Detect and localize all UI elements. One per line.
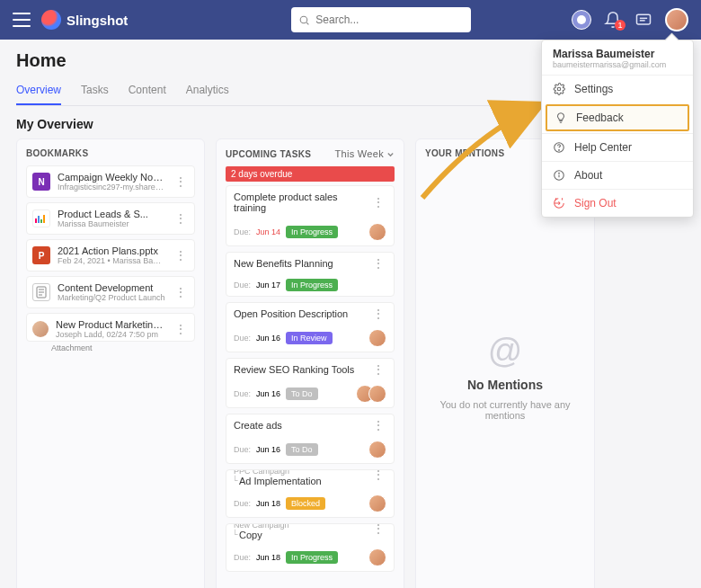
task-title: Create ads (234, 420, 282, 431)
task-item[interactable]: Create ads⋮Due:Jun 16To Do (226, 414, 395, 464)
document-icon (32, 283, 50, 301)
search-input[interactable] (315, 13, 464, 26)
tab-tasks[interactable]: Tasks (81, 78, 109, 105)
assignee-avatar (368, 548, 386, 566)
task-item[interactable]: Complete product sales training⋮Due:Jun … (226, 185, 395, 246)
bookmark-item[interactable]: New Product Marketing Conte... Joseph La… (26, 313, 195, 342)
task-assignees (374, 548, 386, 566)
task-assignees (374, 441, 386, 459)
logo-mark-icon (41, 10, 61, 30)
topbar-actions: 1 (572, 8, 688, 31)
menu-item-help[interactable]: Help Center (542, 133, 693, 161)
svg-rect-5 (35, 218, 37, 223)
status-pill: In Progress (286, 551, 338, 564)
svg-rect-7 (40, 219, 42, 223)
status-pill: To Do (286, 388, 318, 400)
tab-content[interactable]: Content (129, 78, 166, 105)
bookmark-more-button[interactable]: ⋮ (173, 177, 189, 186)
task-parent-label: New Campaign (226, 523, 394, 530)
user-avatar[interactable] (665, 8, 688, 31)
assignee-avatar (368, 329, 386, 347)
assignee-avatar (368, 494, 386, 512)
bookmark-more-button[interactable]: ⋮ (173, 251, 189, 260)
user-menu-header: Marissa Baumeister baumeistermarissa@gma… (542, 40, 693, 75)
svg-line-1 (307, 22, 309, 24)
task-item[interactable]: Open Position Description⋮Due:Jun 16In R… (226, 302, 395, 352)
tab-analytics[interactable]: Analytics (186, 78, 229, 105)
svg-point-13 (557, 87, 561, 91)
user-menu-email: baumeistermarissa@gmail.com (553, 60, 682, 69)
search-box[interactable] (291, 7, 471, 32)
tasks-list: Complete product sales training⋮Due:Jun … (226, 185, 395, 572)
bookmark-item[interactable]: P 2021 Action Plans.pptx Feb 24, 2021 • … (26, 239, 195, 272)
menu-toggle-button[interactable] (13, 13, 31, 27)
bookmark-text: Campaign Weekly Notes Infragisticsinc297… (58, 172, 165, 192)
notifications-button[interactable]: 1 (604, 11, 622, 29)
bookmark-text: Content Development Marketing/Q2 Product… (58, 282, 165, 302)
bookmark-item[interactable]: Content Development Marketing/Q2 Product… (26, 276, 195, 308)
assistant-icon[interactable] (572, 10, 591, 30)
status-pill: Blocked (286, 497, 325, 510)
task-assignees (374, 494, 386, 512)
svg-rect-6 (38, 216, 40, 223)
task-assignees (361, 385, 386, 403)
attachment-label: Attachment (51, 343, 195, 352)
due-date: Jun 16 (256, 334, 280, 343)
due-label: Due: (234, 281, 251, 290)
due-label: Due: (234, 445, 251, 454)
bookmark-more-button[interactable]: ⋮ (173, 288, 189, 297)
task-more-button[interactable]: ⋮ (370, 309, 386, 318)
status-pill: To Do (286, 443, 318, 456)
task-more-button[interactable]: ⋮ (370, 198, 386, 207)
app-name: Slingshot (67, 13, 128, 28)
due-label: Due: (234, 553, 251, 562)
task-parent-label: PPC Campaign (226, 469, 394, 476)
task-item[interactable]: ⋮PPC CampaignAd ImplementationDue:Jun 18… (226, 469, 395, 518)
task-title: Complete product sales training (234, 192, 370, 213)
user-avatar-icon (32, 321, 49, 337)
search-icon (298, 14, 310, 26)
gear-icon (553, 83, 565, 95)
bookmark-more-button[interactable]: ⋮ (173, 325, 189, 334)
task-more-button[interactable]: ⋮ (370, 259, 386, 268)
chart-thumb-icon (32, 209, 50, 227)
signout-icon (553, 197, 565, 209)
task-more-button[interactable]: ⋮ (370, 365, 386, 374)
menu-item-signout[interactable]: Sign Out (542, 189, 693, 217)
bookmark-item[interactable]: N Campaign Weekly Notes Infragisticsinc2… (26, 165, 195, 198)
task-assignees (374, 223, 386, 241)
mentions-empty-title: No Mentions (467, 378, 543, 392)
tab-overview[interactable]: Overview (16, 78, 61, 105)
svg-point-0 (300, 16, 307, 23)
at-sign-icon: @ (488, 332, 523, 370)
menu-item-settings[interactable]: Settings (542, 75, 693, 102)
bookmark-text: 2021 Action Plans.pptx Feb 24, 2021 • Ma… (58, 245, 165, 265)
chat-button[interactable] (634, 11, 652, 29)
assignee-avatar (368, 223, 386, 241)
menu-item-feedback[interactable]: Feedback (546, 104, 689, 131)
due-label: Due: (234, 389, 251, 398)
tasks-filter-dropdown[interactable]: This Week (335, 148, 395, 159)
tasks-card: UPCOMING TASKS This Week 2 days overdue … (216, 138, 404, 588)
chevron-down-icon (386, 150, 395, 158)
app-logo[interactable]: Slingshot (41, 10, 128, 30)
mentions-empty-state: @ No Mentions You do not currently have … (425, 165, 585, 587)
task-title: Copy (226, 530, 394, 544)
due-date: Jun 16 (256, 389, 280, 398)
overdue-banner: 2 days overdue (226, 166, 395, 182)
bookmark-more-button[interactable]: ⋮ (173, 214, 189, 223)
notification-badge: 1 (615, 20, 626, 31)
menu-item-about[interactable]: About (542, 161, 693, 189)
task-item[interactable]: New Benefits Planning⋮Due:Jun 17In Progr… (226, 252, 395, 297)
task-more-button[interactable]: ⋮ (370, 421, 386, 430)
help-icon (553, 141, 565, 154)
due-date: Jun 17 (256, 281, 280, 290)
bookmark-item[interactable]: Product Leads & S... Marissa Baumeister … (26, 202, 195, 235)
task-item[interactable]: ⋮New CampaignCopyDue:Jun 18In Progress (226, 523, 395, 572)
due-date: Jun 16 (256, 445, 280, 454)
svg-point-15 (559, 150, 560, 151)
task-item[interactable]: Review SEO Ranking Tools⋮Due:Jun 16To Do (226, 358, 395, 408)
due-label: Due: (234, 334, 251, 343)
powerpoint-icon: P (32, 246, 50, 264)
info-icon (553, 169, 565, 182)
